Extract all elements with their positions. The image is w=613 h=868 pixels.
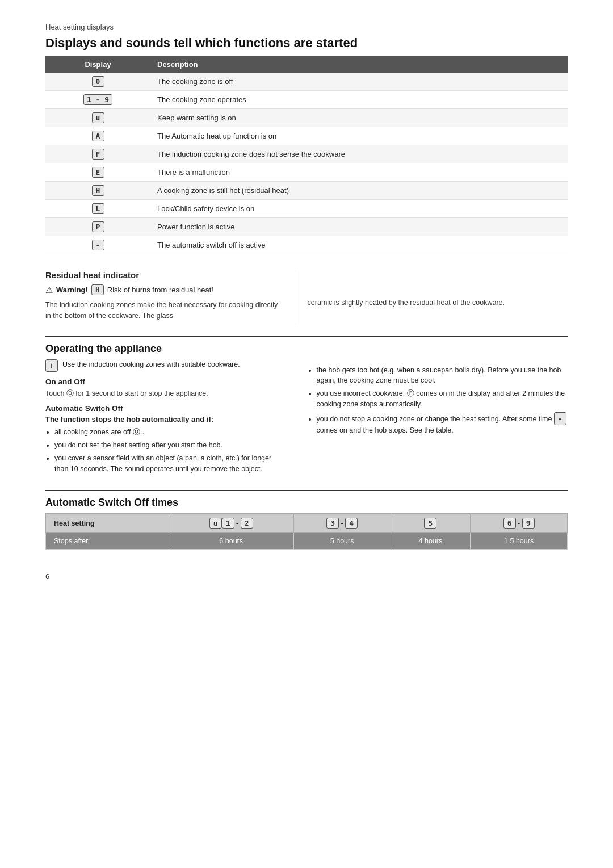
operating-title: Operating the appliance [45,343,568,355]
switch-off-header: 6 - 9 [471,514,568,533]
switch-off-header: 5 [391,514,471,533]
section-divider-2 [45,490,568,491]
warning-line: ⚠ Warning! H Risk of burns from residual… [45,284,284,295]
on-off-title: On and Off [45,378,285,386]
table-cell-description: Lock/Child safety device is on [150,200,568,218]
info-note-text: Use the induction cooking zones with sui… [62,359,240,370]
switch-off-header: 3 - 4 [293,514,391,533]
bullets-right: the hob gets too hot (e.g. when a saucep… [317,365,568,436]
table-cell-display: L [45,200,150,218]
warning-label: Warning! [56,286,88,294]
switch-off-table: Heat settingu1 - 23 - 456 - 9 Stops afte… [45,513,568,550]
list-item: you do not set the heat setting after yo… [54,440,285,451]
operating-info-row: i Use the induction cooking zones with s… [45,359,568,479]
switch-off-header: u1 - 2 [169,514,293,533]
auto-switch-subtitle: The function stops the hob automatically… [45,415,285,423]
table-cell-description: The cooking zone operates [150,91,568,109]
table-cell-description: Power function is active [150,218,568,236]
table-cell-description: Keep warm setting is on [150,109,568,127]
residual-body-left: The induction cooking zones make the hea… [45,300,284,321]
list-item: the hob gets too hot (e.g. when a saucep… [317,365,568,387]
table-cell-display: F [45,145,150,163]
residual-title: Residual heat indicator [45,270,284,280]
table-header-display: Display [45,56,150,73]
warning-text: Risk of burns from residual heat! [107,286,213,294]
table-cell-display: P [45,218,150,236]
stops-after-value: 4 hours [391,533,471,550]
table-cell-description: The induction cooking zone does not sens… [150,145,568,163]
table-cell-display: 0 [45,73,150,91]
stops-after-value: 1.5 hours [471,533,568,550]
table-cell-description: The Automatic heat up function is on [150,127,568,145]
table-cell-description: The automatic switch off is active [150,236,568,254]
info-icon: i [45,359,58,372]
stops-after-value: 5 hours [293,533,391,550]
list-item: you use incorrect cookware. Ⓕ comes on i… [317,388,568,410]
table-cell-display: 1 - 9 [45,91,150,109]
table-header-description: Description [150,56,568,73]
page-number: 6 [45,572,568,581]
table-cell-display: H [45,182,150,200]
auto-switch-title: Automatic Switch Off [45,404,285,413]
table-cell-description: The cooking zone is off [150,73,568,91]
table-cell-description: A cooking zone is still hot (residual he… [150,182,568,200]
on-off-text: Touch ⓞ for 1 second to start or stop th… [45,388,285,399]
info-note: i Use the induction cooking zones with s… [45,359,285,372]
residual-section: Residual heat indicator ⚠ Warning! H Ris… [45,270,568,325]
section-divider [45,336,568,337]
page-subtitle: Heat setting displays [45,23,568,31]
warning-h-icon: H [91,284,104,295]
switch-off-header: Heat setting [46,514,169,533]
switch-off-section: Automatic Switch Off times Heat settingu… [45,497,568,550]
table-cell-display: E [45,163,150,182]
stops-after-value: 6 hours [169,533,293,550]
list-item: you do not stop a cooking zone or change… [317,412,568,436]
stops-after-label: Stops after [46,533,169,550]
warning-triangle-icon: ⚠ [45,285,53,295]
residual-body-right: ceramic is slightly heated by the residu… [308,297,568,308]
display-table: Display Description 0The cooking zone is… [45,56,568,254]
displays-title: Displays and sounds tell which functions… [45,36,568,51]
table-cell-display: A [45,127,150,145]
list-item: you cover a sensor field with an object … [54,453,285,475]
bullets-left: all cooking zones are off ⓞ .you do not … [54,427,285,474]
switch-off-title: Automatic Switch Off times [45,497,568,509]
table-cell-description: There is a malfunction [150,163,568,182]
table-cell-display: - [45,236,150,254]
operating-section: Operating the appliance i Use the induct… [45,343,568,479]
table-cell-display: u [45,109,150,127]
list-item: all cooking zones are off ⓞ . [54,427,285,438]
